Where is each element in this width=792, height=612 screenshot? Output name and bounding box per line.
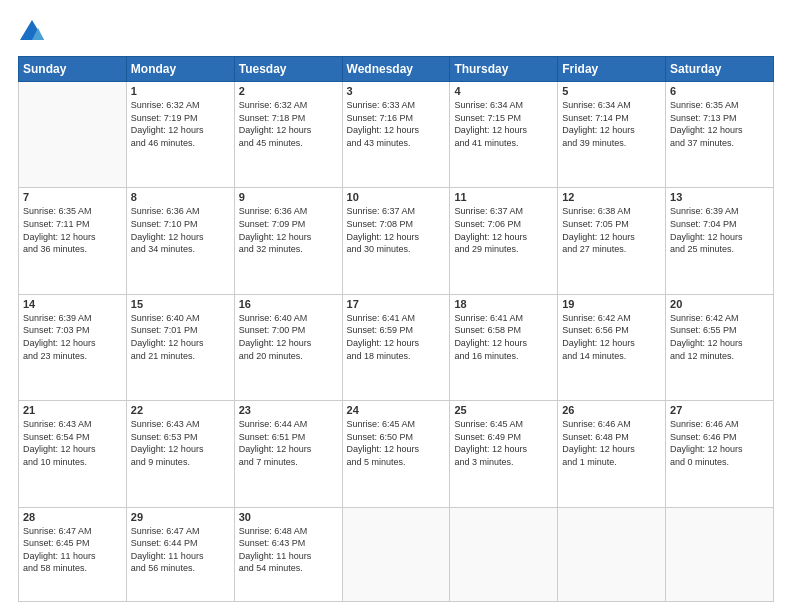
header bbox=[18, 18, 774, 46]
calendar-cell: 24Sunrise: 6:45 AM Sunset: 6:50 PM Dayli… bbox=[342, 401, 450, 507]
day-info: Sunrise: 6:39 AM Sunset: 7:03 PM Dayligh… bbox=[23, 312, 122, 362]
day-info: Sunrise: 6:33 AM Sunset: 7:16 PM Dayligh… bbox=[347, 99, 446, 149]
calendar-cell: 26Sunrise: 6:46 AM Sunset: 6:48 PM Dayli… bbox=[558, 401, 666, 507]
calendar-cell bbox=[19, 82, 127, 188]
day-number: 6 bbox=[670, 85, 769, 97]
day-number: 22 bbox=[131, 404, 230, 416]
day-number: 4 bbox=[454, 85, 553, 97]
day-info: Sunrise: 6:48 AM Sunset: 6:43 PM Dayligh… bbox=[239, 525, 338, 575]
calendar-day-header: Tuesday bbox=[234, 57, 342, 82]
day-info: Sunrise: 6:41 AM Sunset: 6:59 PM Dayligh… bbox=[347, 312, 446, 362]
day-info: Sunrise: 6:43 AM Sunset: 6:54 PM Dayligh… bbox=[23, 418, 122, 468]
calendar-cell: 28Sunrise: 6:47 AM Sunset: 6:45 PM Dayli… bbox=[19, 507, 127, 601]
day-number: 19 bbox=[562, 298, 661, 310]
day-info: Sunrise: 6:41 AM Sunset: 6:58 PM Dayligh… bbox=[454, 312, 553, 362]
day-number: 8 bbox=[131, 191, 230, 203]
day-info: Sunrise: 6:34 AM Sunset: 7:14 PM Dayligh… bbox=[562, 99, 661, 149]
calendar-table: SundayMondayTuesdayWednesdayThursdayFrid… bbox=[18, 56, 774, 602]
calendar-day-header: Sunday bbox=[19, 57, 127, 82]
day-number: 18 bbox=[454, 298, 553, 310]
calendar-cell: 13Sunrise: 6:39 AM Sunset: 7:04 PM Dayli… bbox=[666, 188, 774, 294]
calendar-day-header: Saturday bbox=[666, 57, 774, 82]
calendar-cell: 10Sunrise: 6:37 AM Sunset: 7:08 PM Dayli… bbox=[342, 188, 450, 294]
calendar-cell: 29Sunrise: 6:47 AM Sunset: 6:44 PM Dayli… bbox=[126, 507, 234, 601]
calendar-cell bbox=[558, 507, 666, 601]
day-info: Sunrise: 6:40 AM Sunset: 7:01 PM Dayligh… bbox=[131, 312, 230, 362]
day-number: 17 bbox=[347, 298, 446, 310]
calendar-cell: 27Sunrise: 6:46 AM Sunset: 6:46 PM Dayli… bbox=[666, 401, 774, 507]
calendar-cell bbox=[342, 507, 450, 601]
calendar-cell: 11Sunrise: 6:37 AM Sunset: 7:06 PM Dayli… bbox=[450, 188, 558, 294]
calendar-cell: 2Sunrise: 6:32 AM Sunset: 7:18 PM Daylig… bbox=[234, 82, 342, 188]
calendar-week-row: 21Sunrise: 6:43 AM Sunset: 6:54 PM Dayli… bbox=[19, 401, 774, 507]
day-number: 7 bbox=[23, 191, 122, 203]
day-number: 26 bbox=[562, 404, 661, 416]
calendar-cell: 6Sunrise: 6:35 AM Sunset: 7:13 PM Daylig… bbox=[666, 82, 774, 188]
day-info: Sunrise: 6:47 AM Sunset: 6:45 PM Dayligh… bbox=[23, 525, 122, 575]
calendar-cell: 14Sunrise: 6:39 AM Sunset: 7:03 PM Dayli… bbox=[19, 294, 127, 400]
day-info: Sunrise: 6:35 AM Sunset: 7:11 PM Dayligh… bbox=[23, 205, 122, 255]
calendar-cell: 25Sunrise: 6:45 AM Sunset: 6:49 PM Dayli… bbox=[450, 401, 558, 507]
calendar-cell: 20Sunrise: 6:42 AM Sunset: 6:55 PM Dayli… bbox=[666, 294, 774, 400]
day-info: Sunrise: 6:46 AM Sunset: 6:48 PM Dayligh… bbox=[562, 418, 661, 468]
calendar-cell: 4Sunrise: 6:34 AM Sunset: 7:15 PM Daylig… bbox=[450, 82, 558, 188]
day-number: 23 bbox=[239, 404, 338, 416]
day-info: Sunrise: 6:42 AM Sunset: 6:56 PM Dayligh… bbox=[562, 312, 661, 362]
calendar-cell: 15Sunrise: 6:40 AM Sunset: 7:01 PM Dayli… bbox=[126, 294, 234, 400]
logo-icon bbox=[18, 18, 46, 46]
day-info: Sunrise: 6:32 AM Sunset: 7:18 PM Dayligh… bbox=[239, 99, 338, 149]
day-number: 14 bbox=[23, 298, 122, 310]
calendar-cell: 21Sunrise: 6:43 AM Sunset: 6:54 PM Dayli… bbox=[19, 401, 127, 507]
logo bbox=[18, 18, 50, 46]
day-info: Sunrise: 6:32 AM Sunset: 7:19 PM Dayligh… bbox=[131, 99, 230, 149]
day-info: Sunrise: 6:34 AM Sunset: 7:15 PM Dayligh… bbox=[454, 99, 553, 149]
calendar-cell: 12Sunrise: 6:38 AM Sunset: 7:05 PM Dayli… bbox=[558, 188, 666, 294]
calendar-day-header: Wednesday bbox=[342, 57, 450, 82]
calendar-cell bbox=[666, 507, 774, 601]
day-info: Sunrise: 6:45 AM Sunset: 6:50 PM Dayligh… bbox=[347, 418, 446, 468]
calendar-cell: 7Sunrise: 6:35 AM Sunset: 7:11 PM Daylig… bbox=[19, 188, 127, 294]
day-info: Sunrise: 6:43 AM Sunset: 6:53 PM Dayligh… bbox=[131, 418, 230, 468]
day-number: 29 bbox=[131, 511, 230, 523]
day-number: 2 bbox=[239, 85, 338, 97]
calendar-cell: 16Sunrise: 6:40 AM Sunset: 7:00 PM Dayli… bbox=[234, 294, 342, 400]
day-number: 1 bbox=[131, 85, 230, 97]
calendar-cell: 5Sunrise: 6:34 AM Sunset: 7:14 PM Daylig… bbox=[558, 82, 666, 188]
day-info: Sunrise: 6:46 AM Sunset: 6:46 PM Dayligh… bbox=[670, 418, 769, 468]
day-number: 16 bbox=[239, 298, 338, 310]
day-info: Sunrise: 6:35 AM Sunset: 7:13 PM Dayligh… bbox=[670, 99, 769, 149]
day-number: 27 bbox=[670, 404, 769, 416]
calendar-week-row: 1Sunrise: 6:32 AM Sunset: 7:19 PM Daylig… bbox=[19, 82, 774, 188]
calendar-cell: 23Sunrise: 6:44 AM Sunset: 6:51 PM Dayli… bbox=[234, 401, 342, 507]
day-info: Sunrise: 6:47 AM Sunset: 6:44 PM Dayligh… bbox=[131, 525, 230, 575]
calendar-day-header: Monday bbox=[126, 57, 234, 82]
calendar-cell: 8Sunrise: 6:36 AM Sunset: 7:10 PM Daylig… bbox=[126, 188, 234, 294]
calendar-cell: 18Sunrise: 6:41 AM Sunset: 6:58 PM Dayli… bbox=[450, 294, 558, 400]
day-number: 20 bbox=[670, 298, 769, 310]
calendar-cell: 22Sunrise: 6:43 AM Sunset: 6:53 PM Dayli… bbox=[126, 401, 234, 507]
calendar-header-row: SundayMondayTuesdayWednesdayThursdayFrid… bbox=[19, 57, 774, 82]
calendar-week-row: 14Sunrise: 6:39 AM Sunset: 7:03 PM Dayli… bbox=[19, 294, 774, 400]
calendar-cell: 1Sunrise: 6:32 AM Sunset: 7:19 PM Daylig… bbox=[126, 82, 234, 188]
day-number: 11 bbox=[454, 191, 553, 203]
day-info: Sunrise: 6:39 AM Sunset: 7:04 PM Dayligh… bbox=[670, 205, 769, 255]
calendar-cell bbox=[450, 507, 558, 601]
calendar-week-row: 28Sunrise: 6:47 AM Sunset: 6:45 PM Dayli… bbox=[19, 507, 774, 601]
day-number: 9 bbox=[239, 191, 338, 203]
day-info: Sunrise: 6:36 AM Sunset: 7:09 PM Dayligh… bbox=[239, 205, 338, 255]
day-number: 5 bbox=[562, 85, 661, 97]
day-info: Sunrise: 6:40 AM Sunset: 7:00 PM Dayligh… bbox=[239, 312, 338, 362]
day-number: 21 bbox=[23, 404, 122, 416]
day-number: 28 bbox=[23, 511, 122, 523]
calendar-day-header: Thursday bbox=[450, 57, 558, 82]
calendar-cell: 30Sunrise: 6:48 AM Sunset: 6:43 PM Dayli… bbox=[234, 507, 342, 601]
calendar-cell: 3Sunrise: 6:33 AM Sunset: 7:16 PM Daylig… bbox=[342, 82, 450, 188]
page: SundayMondayTuesdayWednesdayThursdayFrid… bbox=[0, 0, 792, 612]
day-info: Sunrise: 6:38 AM Sunset: 7:05 PM Dayligh… bbox=[562, 205, 661, 255]
day-number: 3 bbox=[347, 85, 446, 97]
day-number: 30 bbox=[239, 511, 338, 523]
day-info: Sunrise: 6:37 AM Sunset: 7:06 PM Dayligh… bbox=[454, 205, 553, 255]
day-info: Sunrise: 6:36 AM Sunset: 7:10 PM Dayligh… bbox=[131, 205, 230, 255]
day-number: 24 bbox=[347, 404, 446, 416]
day-number: 25 bbox=[454, 404, 553, 416]
